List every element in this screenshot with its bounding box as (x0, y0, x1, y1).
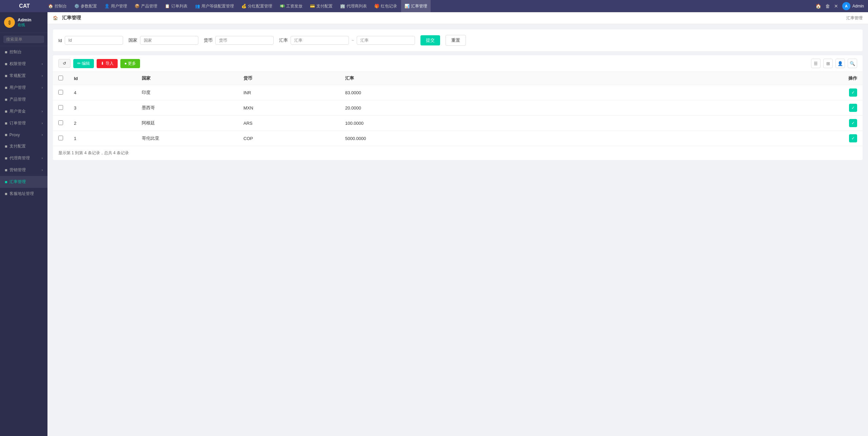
topnav-orders[interactable]: 📋 订单列表 (161, 0, 191, 12)
agent-icon: ■ (5, 156, 7, 161)
home-icon: 🏠 (48, 4, 53, 8)
chart-icon: 📊 (405, 4, 410, 8)
sidebar-item-dashboard[interactable]: ■ 控制台 (0, 46, 47, 58)
row-edit-button[interactable]: ✓ (849, 134, 857, 142)
filter-currency-label: 货币 (204, 37, 213, 43)
edit-button[interactable]: ✏ 编辑 (73, 59, 94, 68)
col-currency: 货币 (238, 72, 340, 85)
row-checkbox[interactable] (58, 120, 63, 125)
orders-icon: 📋 (165, 4, 170, 8)
filter-country-group: 国家 (129, 36, 198, 45)
sidebar-search-container (0, 33, 47, 46)
sidebar-item-payment[interactable]: ■ 支付配置 (0, 140, 47, 152)
filter-rate-input-max[interactable] (357, 36, 415, 45)
topnav-dividend[interactable]: 💰 分红配置管理 (238, 0, 276, 12)
topbar-home-button[interactable]: 🏠 (815, 3, 821, 9)
topnav-redpacket[interactable]: 🎁 红包记录 (371, 0, 400, 12)
top-bar: CAT 🏠 控制台 ⚙️ 参数配置 👤 用户管理 📦 产品管理 📋 订单列表 👥… (0, 0, 868, 12)
topnav-params[interactable]: ⚙️ 参数配置 (71, 0, 100, 12)
table-row: 3 墨西哥 MXN 20.0000 ✓ (53, 100, 863, 116)
select-all-checkbox[interactable] (58, 76, 63, 80)
topnav-exchangerate[interactable]: 📊 汇率管理 (401, 0, 431, 12)
topnav-levelconfig[interactable]: 👥 用户等级配置管理 (192, 0, 237, 12)
topnav-payment[interactable]: 💳 支付配置 (307, 0, 336, 12)
top-nav: 🏠 控制台 ⚙️ 参数配置 👤 用户管理 📦 产品管理 📋 订单列表 👥 用户等… (45, 0, 815, 12)
sidebar-item-orders[interactable]: ■ 订单管理 › (0, 117, 47, 129)
payment-icon: 💳 (310, 4, 315, 8)
row-rate: 100.0000 (340, 116, 441, 131)
product-icon: 📦 (135, 4, 140, 8)
page-title: 汇率管理 (62, 15, 81, 21)
gear-icon: ⚙️ (74, 4, 79, 8)
filter-rate-input[interactable] (291, 36, 349, 45)
filter-rate-label: 汇率 (279, 37, 288, 43)
refresh-button[interactable]: ↺ (58, 59, 71, 68)
data-table: Id 国家 货币 汇率 操作 4 印度 INR 83.0000 ✓ (53, 72, 863, 146)
sidebar-item-agentmgr[interactable]: ■ 代理商管理 › (0, 152, 47, 164)
topbar-close-button[interactable]: ✕ (834, 3, 838, 9)
view-grid-button[interactable]: ⊞ (823, 59, 833, 68)
row-rate: 5000.0000 (340, 131, 441, 146)
chevron-right-icon: › (42, 62, 43, 66)
filter-rate-group: 汇率 ~ (279, 36, 415, 45)
sidebar-item-exchangerate[interactable]: ■ 汇率管理 (0, 176, 47, 188)
chevron-right-icon: › (42, 86, 43, 90)
columns-button[interactable]: 👤 (835, 59, 845, 68)
filter-country-input[interactable] (140, 36, 198, 45)
row-country: 印度 (136, 85, 238, 100)
sidebar-item-params[interactable]: ■ 常规配置 › (0, 70, 47, 82)
filter-currency-input[interactable] (215, 36, 274, 45)
sidebar-item-label: 客服地址管理 (9, 191, 34, 197)
more-button[interactable]: ● 更多 (120, 59, 140, 68)
row-actions: ✓ (441, 85, 863, 100)
topnav-agentlist[interactable]: 🏢 代理商列表 (337, 0, 370, 12)
col-action: 操作 (441, 72, 863, 85)
payment-icon: ■ (5, 144, 7, 149)
row-rate: 83.0000 (340, 85, 441, 100)
sidebar-item-label: 订单管理 (9, 120, 26, 126)
sidebar-item-users[interactable]: ■ 用户管理 › (0, 82, 47, 94)
search-button[interactable]: 🔍 (848, 59, 857, 68)
row-edit-button[interactable]: ✓ (849, 88, 857, 97)
filter-reset-button[interactable]: 重置 (446, 35, 466, 46)
row-checkbox[interactable] (58, 105, 63, 110)
sidebar-item-proxy[interactable]: ■ Proxy › (0, 129, 47, 140)
row-id: 2 (68, 116, 136, 131)
row-checkbox-cell (53, 85, 68, 100)
topbar-delete-button[interactable]: 🗑 (825, 3, 830, 9)
topnav-users[interactable]: 👤 用户管理 (101, 0, 131, 12)
funds-icon: ■ (5, 109, 7, 114)
table-row: 4 印度 INR 83.0000 ✓ (53, 85, 863, 100)
view-list-button[interactable]: ☰ (811, 59, 821, 68)
row-actions: ✓ (441, 100, 863, 116)
sidebar-item-siteaddr[interactable]: ■ 客服地址管理 (0, 188, 47, 200)
import-button[interactable]: ⬇ 导入 (97, 59, 117, 68)
filter-submit-button[interactable]: 提交 (420, 35, 440, 45)
search-input[interactable] (3, 36, 44, 43)
chevron-right-icon: › (42, 121, 43, 125)
row-checkbox-cell (53, 100, 68, 116)
sidebar-item-marketing[interactable]: ■ 营销管理 › (0, 164, 47, 176)
sidebar-item-funds[interactable]: ■ 用户资金 › (0, 105, 47, 117)
filter-id-input[interactable] (65, 36, 123, 45)
sidebar-item-label: 汇率管理 (9, 179, 26, 185)
topnav-salary[interactable]: 💵 工资发放 (276, 0, 306, 12)
chevron-right-icon: › (42, 74, 43, 78)
table-card: ↺ ✏ 编辑 ⬇ 导入 ● 更多 ☰ ⊞ 👤 🔍 (53, 55, 863, 160)
sidebar-item-label: 支付配置 (9, 143, 26, 149)
row-edit-button[interactable]: ✓ (849, 104, 857, 112)
topnav-dashboard[interactable]: 🏠 控制台 (45, 0, 70, 12)
sidebar-item-permissions[interactable]: ■ 权限管理 › (0, 58, 47, 70)
row-checkbox[interactable] (58, 90, 63, 95)
sidebar-item-label: Proxy (9, 133, 20, 137)
avatar: ₿ (4, 17, 15, 28)
row-edit-button[interactable]: ✓ (849, 119, 857, 127)
row-checkbox[interactable] (58, 136, 63, 140)
topnav-products[interactable]: 📦 产品管理 (131, 0, 161, 12)
sidebar-item-products[interactable]: ■ 产品管理 (0, 94, 47, 105)
rate-separator: ~ (352, 38, 354, 43)
sidebar-item-label: 用户管理 (9, 85, 26, 91)
agent-icon: 🏢 (340, 4, 345, 8)
row-currency: MXN (238, 100, 340, 116)
row-id: 3 (68, 100, 136, 116)
